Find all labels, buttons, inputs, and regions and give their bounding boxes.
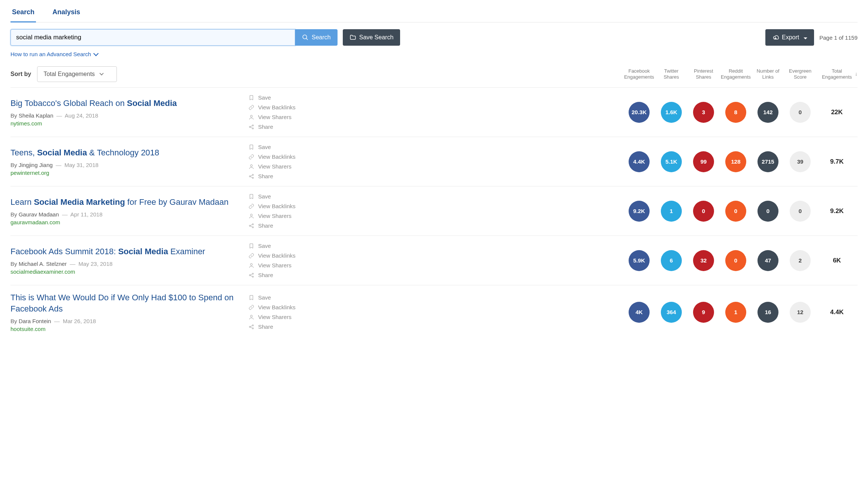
col-total-label: Total Engagements (822, 68, 852, 80)
action-view-sharers[interactable]: View Sharers (248, 213, 308, 219)
links-bubble[interactable]: 47 (757, 250, 778, 271)
evergreen-bubble[interactable]: 2 (790, 250, 811, 271)
result-title[interactable]: Big Tobacco's Global Reach on Social Med… (10, 98, 241, 109)
evergreen-bubble[interactable]: 0 (790, 201, 811, 222)
pinterest-bubble[interactable]: 32 (693, 250, 714, 271)
save-search-button[interactable]: Save Search (343, 29, 400, 46)
pinterest-bubble[interactable]: 9 (693, 302, 714, 323)
header-row: Sort by Total Engagements Facebook Engag… (10, 64, 858, 87)
action-share[interactable]: Share (248, 324, 308, 330)
reddit-bubble[interactable]: 0 (725, 201, 746, 222)
search-button[interactable]: Search (295, 29, 338, 46)
action-view-backlinks[interactable]: View Backlinks (248, 104, 308, 110)
result-actions: Save View Backlinks View Sharers Share (248, 144, 308, 179)
col-reddit[interactable]: Reddit Engagements (720, 68, 752, 81)
action-view-sharers[interactable]: View Sharers (248, 314, 308, 320)
action-save[interactable]: Save (248, 94, 308, 101)
reddit-bubble[interactable]: 128 (725, 151, 746, 172)
action-save[interactable]: Save (248, 294, 308, 301)
svg-point-4 (252, 125, 253, 126)
action-view-backlinks[interactable]: View Backlinks (248, 304, 308, 310)
action-backlinks-label: View Backlinks (258, 104, 296, 110)
action-save[interactable]: Save (248, 243, 308, 249)
action-view-backlinks[interactable]: View Backlinks (248, 252, 308, 259)
action-view-sharers[interactable]: View Sharers (248, 262, 308, 268)
col-pinterest[interactable]: Pinterest Shares (687, 68, 720, 81)
evergreen-bubble[interactable]: 12 (790, 302, 811, 323)
metric-links: 0 (752, 201, 784, 222)
metric-evergreen: 39 (784, 151, 816, 172)
links-bubble[interactable]: 142 (757, 102, 778, 123)
result-title[interactable]: Learn Social Media Marketing for Free by… (10, 197, 241, 208)
reddit-bubble[interactable]: 8 (725, 102, 746, 123)
search-input[interactable] (10, 29, 295, 46)
pinterest-bubble[interactable]: 0 (693, 201, 714, 222)
sort-by-label: Sort by (10, 71, 31, 78)
export-button[interactable]: Export (765, 29, 814, 46)
byline-prefix: By (10, 162, 19, 168)
result-title[interactable]: Facebook Ads Summit 2018: Social Media E… (10, 246, 241, 257)
metric-evergreen: 0 (784, 102, 816, 123)
facebook-bubble[interactable]: 5.9K (629, 250, 650, 271)
reddit-bubble[interactable]: 0 (725, 250, 746, 271)
links-bubble[interactable]: 16 (757, 302, 778, 323)
share-icon (248, 272, 254, 278)
result-title[interactable]: This is What We Would Do if We Only Had … (10, 292, 241, 314)
twitter-bubble[interactable]: 364 (661, 302, 682, 323)
result-date: May 31, 2018 (64, 162, 99, 168)
reddit-bubble[interactable]: 1 (725, 302, 746, 323)
result-domain[interactable]: nytimes.com (10, 120, 241, 127)
advanced-search-link[interactable]: How to run an Advanced Search (10, 49, 97, 64)
links-bubble[interactable]: 2715 (757, 151, 778, 172)
evergreen-bubble[interactable]: 39 (790, 151, 811, 172)
sort-select[interactable]: Total Engagements (37, 66, 117, 82)
bookmark-icon (248, 194, 254, 200)
result-domain[interactable]: hootsuite.com (10, 326, 241, 332)
tab-search[interactable]: Search (10, 5, 36, 22)
result-row: This is What We Would Do if We Only Had … (10, 285, 858, 339)
byline-dash: — (56, 112, 62, 119)
action-share[interactable]: Share (248, 173, 308, 179)
col-total[interactable]: Total Engagements ↓ (816, 68, 858, 81)
evergreen-bubble[interactable]: 0 (790, 102, 811, 123)
action-share[interactable]: Share (248, 124, 308, 130)
action-view-sharers[interactable]: View Sharers (248, 163, 308, 170)
col-links[interactable]: Number of Links (752, 68, 784, 81)
twitter-bubble[interactable]: 1.6K (661, 102, 682, 123)
result-domain[interactable]: socialmediaexaminer.com (10, 268, 241, 275)
pinterest-bubble[interactable]: 99 (693, 151, 714, 172)
col-facebook[interactable]: Facebook Engagements (623, 68, 655, 81)
action-share[interactable]: Share (248, 272, 308, 278)
action-view-backlinks[interactable]: View Backlinks (248, 154, 308, 160)
col-twitter[interactable]: Twitter Shares (655, 68, 687, 81)
result-domain[interactable]: gauravmadaan.com (10, 219, 241, 225)
tab-analysis[interactable]: Analysis (51, 5, 82, 22)
pinterest-bubble[interactable]: 3 (693, 102, 714, 123)
svg-point-5 (252, 128, 253, 129)
twitter-bubble[interactable]: 1 (661, 201, 682, 222)
facebook-bubble[interactable]: 4K (629, 302, 650, 323)
result-domain[interactable]: pewinternet.org (10, 170, 241, 176)
result-main: This is What We Would Do if We Only Had … (10, 292, 248, 332)
metric-pinterest: 0 (687, 201, 720, 222)
metric-evergreen: 0 (784, 201, 816, 222)
facebook-bubble[interactable]: 9.2K (629, 201, 650, 222)
result-title[interactable]: Teens, Social Media & Technology 2018 (10, 147, 241, 158)
twitter-bubble[interactable]: 6 (661, 250, 682, 271)
metric-facebook: 5.9K (623, 250, 655, 271)
facebook-bubble[interactable]: 20.3K (629, 102, 650, 123)
links-bubble[interactable]: 0 (757, 201, 778, 222)
action-view-sharers[interactable]: View Sharers (248, 114, 308, 120)
facebook-bubble[interactable]: 4.4K (629, 151, 650, 172)
action-save[interactable]: Save (248, 193, 308, 200)
link-icon (248, 154, 254, 160)
action-save[interactable]: Save (248, 144, 308, 150)
action-share[interactable]: Share (248, 222, 308, 229)
col-evergreen[interactable]: Evergreen Score (784, 68, 816, 81)
search-bar-row: Search Save Search Export Page 1 of 1159 (10, 22, 858, 49)
action-sharers-label: View Sharers (258, 163, 291, 170)
metric-total: 6K (816, 257, 858, 264)
action-view-backlinks[interactable]: View Backlinks (248, 203, 308, 209)
twitter-bubble[interactable]: 5.1K (661, 151, 682, 172)
user-icon (248, 262, 254, 268)
